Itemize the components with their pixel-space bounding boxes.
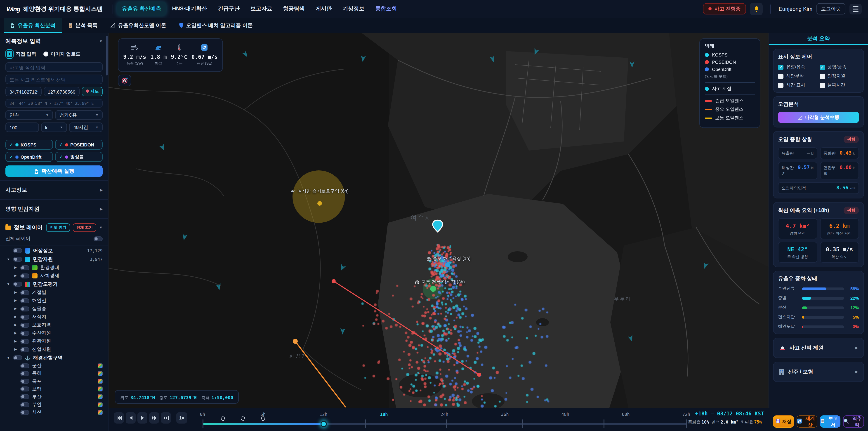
layer-toggle[interactable]: [20, 331, 29, 336]
center-target-button[interactable]: [118, 74, 131, 86]
oil-type-select[interactable]: 벙커C유▼: [55, 110, 103, 120]
chevron-down-icon[interactable]: ▼: [6, 258, 10, 261]
unchecked-box-icon[interactable]: [819, 83, 825, 88]
incident-name-input[interactable]: [5, 62, 103, 72]
chevron-down-icon[interactable]: ▼: [6, 282, 10, 286]
incident-pin[interactable]: [433, 220, 442, 232]
layers-all-on-button[interactable]: 전체 켜기: [46, 223, 70, 232]
unchecked-box-icon[interactable]: [778, 83, 783, 88]
fence-line-urgent[interactable]: [332, 279, 481, 377]
panel-title-tab[interactable]: 분석 요약: [769, 33, 868, 45]
unchecked-box-icon[interactable]: [778, 73, 783, 79]
layer-style-swatch[interactable]: [98, 387, 103, 392]
skip-end-button[interactable]: [161, 412, 171, 424]
layer-toggle[interactable]: [20, 402, 29, 407]
chevron-right-icon[interactable]: ▶: [13, 291, 18, 294]
model-chip-kosps[interactable]: ✓KOSPS: [5, 140, 53, 150]
tab-1[interactable]: 분석 목록: [62, 18, 104, 33]
nav-item-2[interactable]: 긴급구난: [213, 2, 245, 16]
layer-style-swatch[interactable]: [98, 379, 103, 384]
layer-toggle[interactable]: [13, 355, 22, 360]
layer-toggle[interactable]: [20, 410, 29, 415]
chevron-right-icon[interactable]: ▶: [13, 274, 18, 278]
chevron-right-icon[interactable]: ▶: [13, 307, 18, 311]
ship-spec-card[interactable]: 사고 선박 제원▶: [773, 338, 864, 358]
layer-style-swatch[interactable]: [98, 371, 103, 376]
layer-toggle[interactable]: [20, 265, 29, 270]
chevron-right-icon[interactable]: ▶: [13, 315, 18, 319]
layer-toggle[interactable]: [13, 248, 22, 253]
map-viewport[interactable]: 9.2 m/s풍속 (SW)1.8 m파고9.2°C수온0.67 m/s해류 (…: [108, 33, 770, 408]
layer-style-swatch[interactable]: [98, 363, 103, 368]
trace-button[interactable]: 역추적: [843, 415, 864, 428]
nav-item-6[interactable]: 기상정보: [338, 2, 369, 16]
layer-toggle[interactable]: [20, 314, 29, 319]
longitude-input[interactable]: [43, 87, 80, 96]
farm-dot[interactable]: [430, 286, 436, 292]
play-button[interactable]: [137, 412, 147, 424]
hamburger-menu-button[interactable]: [849, 3, 862, 14]
time-slider[interactable]: 0h6h12h18h24h36h48h60h72h: [203, 410, 686, 430]
nav-item-4[interactable]: 항공탐색: [278, 2, 310, 16]
check-시간 표시[interactable]: 시간 표시: [778, 82, 817, 88]
layer-toggle[interactable]: [20, 339, 29, 344]
chevron-right-icon[interactable]: ▶: [13, 323, 18, 327]
tab-2[interactable]: 유출유확산모델 이론: [104, 18, 173, 33]
chevron-right-icon[interactable]: ▶: [13, 266, 18, 269]
incident-info-section[interactable]: 사고정보▶: [0, 180, 108, 199]
layer-toggle[interactable]: [20, 298, 29, 303]
playback-speed-button[interactable]: 1×: [176, 412, 187, 424]
fence-deploy-shield-icon[interactable]: [261, 415, 265, 423]
chevron-right-icon[interactable]: ▶: [13, 299, 18, 302]
layer-toggle[interactable]: [20, 371, 29, 376]
layers-all-off-button[interactable]: 전체 끄기: [72, 223, 96, 232]
layer-toggle[interactable]: [20, 387, 29, 392]
fence-deploy-shield-icon[interactable]: [221, 415, 225, 423]
layer-style-swatch[interactable]: [98, 410, 103, 415]
skip-start-button[interactable]: [114, 412, 124, 424]
check-해안부착[interactable]: 해안부착: [778, 73, 817, 79]
spill-type-select[interactable]: 연속▼: [5, 110, 53, 120]
owner-insurance-card[interactable]: 선주 / 보험▶: [773, 362, 864, 382]
layer-toggle[interactable]: [20, 306, 29, 311]
run-prediction-button[interactable]: 확산예측 실행: [5, 165, 103, 177]
fence-deploy-shield-icon[interactable]: [241, 415, 245, 423]
layer-toggle[interactable]: [20, 322, 29, 328]
check-날짜시간[interactable]: 날짜시간: [819, 82, 859, 88]
beach-dot[interactable]: [445, 263, 450, 267]
amount-input[interactable]: [5, 123, 39, 132]
tab-0[interactable]: 유출유 확산분석: [4, 18, 62, 33]
layer-toggle[interactable]: [20, 394, 29, 399]
layer-style-swatch[interactable]: [98, 394, 103, 399]
sidebar-scrollbar[interactable]: [106, 36, 107, 75]
duration-select[interactable]: 48시간▼: [69, 123, 103, 132]
layer-toggle[interactable]: [20, 379, 29, 384]
protected-zone-dot[interactable]: [317, 201, 322, 206]
chevron-right-icon[interactable]: ▶: [13, 348, 18, 351]
layer-toggle[interactable]: [20, 347, 29, 352]
radio-direct-input[interactable]: 직접 입력: [5, 49, 36, 59]
layer-toggle[interactable]: [20, 273, 29, 278]
prediction-section-title[interactable]: 예측정보 입력▼: [5, 37, 103, 45]
layer-style-swatch[interactable]: [98, 402, 103, 407]
fast-forward-button[interactable]: [149, 412, 159, 424]
check-민감자원[interactable]: 민감자원: [819, 73, 859, 79]
checked-box-icon[interactable]: ✓: [778, 64, 783, 70]
nav-item-7[interactable]: 통합조회: [370, 2, 402, 16]
nav-item-3[interactable]: 보고자료: [246, 2, 277, 16]
latitude-input[interactable]: [5, 87, 41, 96]
master-layer-toggle[interactable]: [94, 236, 103, 241]
layer-toggle[interactable]: [13, 257, 22, 262]
checked-box-icon[interactable]: ✓: [819, 64, 825, 70]
pick-on-map-button[interactable]: 지도: [82, 87, 103, 96]
save-button[interactable]: 저장: [773, 415, 794, 428]
unit-select[interactable]: kL▼: [41, 123, 67, 132]
notification-button[interactable]: [750, 2, 763, 15]
unchecked-box-icon[interactable]: [819, 73, 825, 79]
layer-toggle[interactable]: [20, 363, 29, 368]
nav-item-0[interactable]: 유출유 확산예측: [117, 2, 166, 16]
layer-toggle[interactable]: [13, 282, 22, 286]
check-풍향/풍속[interactable]: ✓풍향/풍속: [819, 64, 859, 70]
tab-3[interactable]: 오일펜스 배치 알고리즘 이론: [173, 18, 259, 33]
chevron-down-icon[interactable]: ▼: [6, 356, 10, 359]
